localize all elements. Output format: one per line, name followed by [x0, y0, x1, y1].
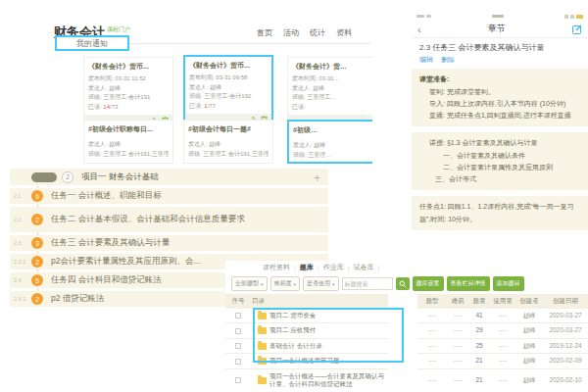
- carrier-indicator: [416, 15, 424, 18]
- card-class: 班级: 三亚理工…: [292, 93, 372, 103]
- task-count-badge: 2: [31, 256, 43, 268]
- status-bar: [412, 12, 588, 21]
- table-row[interactable]: 项目二 货币资金 ---- ---- 41 ---- 赵峰 2020-03-27: [225, 309, 588, 323]
- teach-item: 三、会计等式: [419, 173, 580, 185]
- toolbar: 全部题型▾ 难易度▾ 是否使用▾ 题库设置 查看栏目详情 添加题目: [225, 274, 588, 294]
- card-publish-time: 发布时间: 03-31 09:58: [189, 74, 268, 83]
- card-read-count: 已读:: [292, 103, 372, 113]
- folder-icon: [258, 313, 267, 319]
- outline-header[interactable]: 2 项目一 财务会计基础 +: [10, 169, 328, 185]
- search-button[interactable]: [396, 277, 410, 290]
- folder-icon: [258, 327, 267, 334]
- outline-item[interactable]: 2.2 2 任务二 会计基本假设、会计基础和会计信息质量要求: [10, 207, 328, 232]
- chapter-actions: 编辑 删除: [412, 54, 588, 69]
- bank-settings-button[interactable]: 题库设置: [413, 276, 444, 291]
- chapter-section-title: 2.3 任务三 会计要素及其确认与计量: [412, 38, 588, 54]
- signal-icon: [564, 15, 568, 19]
- teach-item: 二、会计要素计量属性及其应用原则: [419, 162, 580, 173]
- folder-icon: [258, 377, 267, 384]
- card-sender: 发送人: 赵峰: [88, 84, 169, 94]
- delete-link[interactable]: 删除: [441, 55, 455, 65]
- title-search-input[interactable]: [342, 277, 393, 290]
- prep-line: 直播: 完成任务点1,回到直播间,进行本课程直播: [419, 110, 580, 122]
- notice-card[interactable]: 《财务会计》货币... 发布时间: 03-31 11:52 发送人: 赵峰 班级…: [83, 57, 173, 126]
- notice-card-clipped[interactable]: #初级… 发送人: 赵峰 班级: 三亚理…: [287, 120, 372, 164]
- card-title: #初级会计职称每日...: [88, 124, 169, 134]
- card-sender: 发送人: 赵峰: [188, 140, 269, 150]
- row-checkbox[interactable]: [235, 343, 241, 349]
- card-class: 班级: 三亚理工-会计192: [189, 92, 268, 102]
- filter-question-type[interactable]: 全部题型▾: [231, 276, 268, 291]
- row-checkbox[interactable]: [235, 313, 241, 318]
- card-class: 班级: 三亚理工 会计191,三亚理工 会计19...: [188, 150, 269, 160]
- my-notices-tab[interactable]: 我的通知: [55, 35, 129, 51]
- add-chapter-icon[interactable]: +: [314, 172, 320, 185]
- card-sender: 发送人: 赵峰: [88, 140, 169, 150]
- card-class: 班级: 三亚理工-会计191: [88, 93, 169, 103]
- question-bank-panel: 课程资料| 题库| 作业库| 试卷库| 全部题型▾ 难易度▾ 是否使用▾ 题库设…: [225, 261, 588, 392]
- card-publish-time: 发布时间: 03-31…: [292, 74, 372, 84]
- task-count-badge: 2: [31, 293, 43, 305]
- clock-indicator: [492, 15, 504, 18]
- chevron-down-icon: ▾: [332, 281, 335, 287]
- notice-card-highlighted[interactable]: 《财务会计》货币... 发布时间: 03-31 09:58 发送人: 赵峰 班级…: [183, 55, 273, 126]
- edit-link[interactable]: 编辑: [419, 55, 433, 65]
- mobile-page-title: 章节: [421, 23, 572, 35]
- logo-badge: 课程门户: [107, 26, 130, 32]
- table-row[interactable]: 项目一会计概述章节习题 ---- ---- 21 ---- 赵峰 2020-02…: [225, 354, 588, 368]
- tab-homework-bank[interactable]: 作业库: [323, 263, 344, 272]
- notice-card[interactable]: #初级会计每日一题# 发送人: 赵峰 班级: 三亚理工 会计191,三亚理工 会…: [183, 120, 273, 164]
- question-bank-table: 序号 目录 题型 难易 题量 使用量 创建者 创建日期 项目二 货币资金 ---…: [225, 294, 588, 392]
- nav-item-resources[interactable]: 资料: [336, 27, 352, 38]
- add-question-button[interactable]: 添加题目: [493, 276, 524, 291]
- divider: [128, 43, 370, 44]
- mobile-header: ‹ 章节: [412, 21, 588, 38]
- teaching-block: 讲授: §1.3 会计要素及其确认与计量 一、会计要素及其确认条件 二、会计要素…: [412, 132, 588, 190]
- nav-item-stats[interactable]: 统计: [310, 27, 325, 38]
- table-header-row: 序号 目录 题型 难易 题量 使用量 创建者 创建日期: [225, 294, 588, 309]
- view-category-detail-button[interactable]: 查看栏目详情: [447, 276, 490, 291]
- nav-item-home[interactable]: 首页: [257, 27, 272, 38]
- notice-card-clipped[interactable]: 《财务会计》货… 发布时间: 03-31… 发送人: 赵峰 班级: 三亚理工… …: [287, 57, 372, 126]
- notices-page: 财务会计课程门户 首页 活动 统计 资料 我的通知 《财务会计》货币... 发布…: [0, 0, 372, 167]
- card-sender: 发送人: 赵峰: [293, 141, 371, 151]
- row-checkbox[interactable]: [235, 359, 241, 365]
- battery-icon: [576, 15, 583, 19]
- edit-note-icon[interactable]: [572, 24, 582, 34]
- tab-course-materials[interactable]: 课程资料: [263, 263, 290, 272]
- table-row[interactable]: 项目一会计概述——会计要素及其确认与计量、会计科目和借贷记账法 ---- ---…: [225, 369, 588, 392]
- table-row[interactable]: 基础会计 会计分录 ---- ---- 25 ---- 赵峰 2019-12-2…: [225, 339, 588, 354]
- folder-icon: [258, 358, 267, 365]
- filter-usage[interactable]: 是否使用▾: [303, 276, 339, 291]
- tab-question-bank[interactable]: 题库: [300, 263, 314, 272]
- folder-icon: [258, 343, 267, 350]
- task-count-badge: 5: [31, 274, 43, 286]
- collapse-handle[interactable]: [31, 172, 57, 182]
- row-checkbox[interactable]: [235, 377, 241, 383]
- wifi-icon: [570, 15, 574, 19]
- card-title: 《财务会计》货币...: [189, 61, 268, 71]
- card-title: #初级会计每日一题#: [188, 124, 269, 134]
- prep-heading: 课堂准备:: [419, 74, 580, 85]
- outline-item[interactable]: 2.1 6 任务一 会计概述、职能和目标: [10, 188, 328, 204]
- filter-difficulty[interactable]: 难易度▾: [270, 276, 301, 291]
- card-class: 班级: 三亚理…: [293, 151, 371, 161]
- top-nav: 首页 活动 统计 资料: [257, 27, 352, 38]
- task-count-badge: 3: [31, 237, 43, 249]
- prep-line: 签到: 完成课堂签到。: [419, 86, 580, 98]
- card-title: 《财务会计》货币...: [88, 62, 169, 72]
- task-point-block: 任务点1: 回顾1.1、1.2课程内容,完成“每一周一复习题”,时间: 10分钟…: [412, 196, 588, 230]
- card-read-count: 已读: 1/77: [189, 102, 268, 112]
- library-tabs: 课程资料| 题库| 作业库| 试卷库|: [225, 261, 588, 274]
- chapter-title: 项目一 财务会计基础: [81, 172, 159, 182]
- task-count-badge: 2: [31, 214, 43, 225]
- nav-item-activity[interactable]: 活动: [283, 27, 299, 38]
- mobile-chapter-panel: ‹ 章节 2.3 任务三 会计要素及其确认与计量 编辑 删除 课堂准备: 签到:…: [412, 10, 588, 253]
- table-row[interactable]: 项目二 应收预付 ---- ---- 29 ---- 赵峰 2020-03-27: [225, 323, 588, 338]
- notice-card[interactable]: #初级会计职称每日... 发送人: 赵峰 班级: 三亚理工 会计191,三亚理工…: [83, 120, 173, 164]
- chevron-down-icon: ▾: [294, 281, 297, 287]
- tab-exam-bank[interactable]: 试卷库: [353, 263, 373, 272]
- teach-item: 一、会计要素及其确认条件: [419, 150, 580, 162]
- row-checkbox[interactable]: [235, 328, 241, 334]
- outline-item[interactable]: 2.3 3 任务三 会计要素及其确认与计量: [10, 235, 328, 251]
